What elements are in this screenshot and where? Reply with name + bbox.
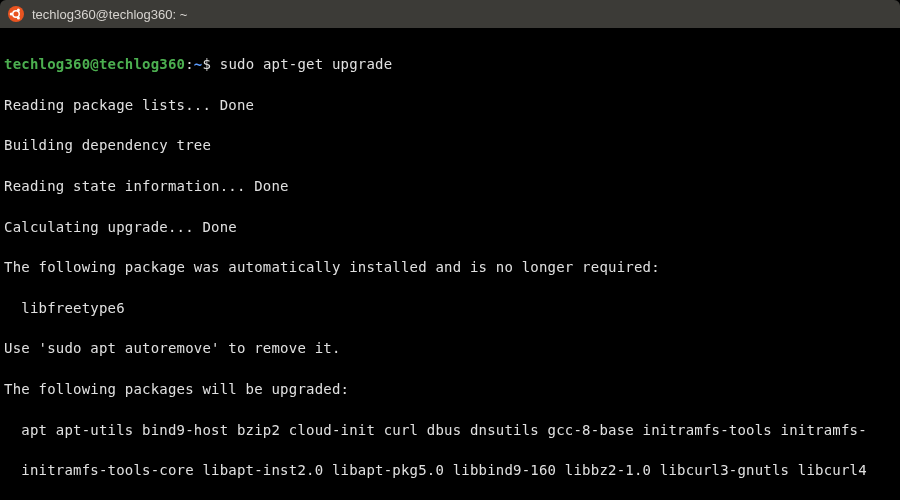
prompt-separator: : — [185, 56, 194, 72]
window-title: techlog360@techlog360: ~ — [32, 7, 187, 22]
output-line: initramfs-tools-core libapt-inst2.0 liba… — [4, 460, 896, 480]
output-line: Building dependency tree — [4, 135, 896, 155]
output-line: The following package was automatically … — [4, 257, 896, 277]
prompt-symbol: $ — [202, 56, 211, 72]
ubuntu-icon — [8, 6, 24, 22]
terminal-viewport[interactable]: techlog360@techlog360:~$ sudo apt-get up… — [0, 28, 900, 500]
svg-rect-5 — [14, 13, 16, 15]
svg-point-2 — [10, 13, 13, 16]
svg-point-4 — [17, 17, 20, 20]
output-line: apt apt-utils bind9-host bzip2 cloud-ini… — [4, 420, 896, 440]
prompt-user-host: techlog360@techlog360 — [4, 56, 185, 72]
svg-point-3 — [17, 8, 20, 11]
command-text: sudo apt-get upgrade — [220, 56, 393, 72]
output-line: Use 'sudo apt autoremove' to remove it. — [4, 338, 896, 358]
output-line: Reading state information... Done — [4, 176, 896, 196]
output-line: Reading package lists... Done — [4, 95, 896, 115]
prompt-line: techlog360@techlog360:~$ sudo apt-get up… — [4, 54, 896, 74]
output-line: The following packages will be upgraded: — [4, 379, 896, 399]
window-titlebar[interactable]: techlog360@techlog360: ~ — [0, 0, 900, 28]
output-line: Calculating upgrade... Done — [4, 217, 896, 237]
output-line: libfreetype6 — [4, 298, 896, 318]
